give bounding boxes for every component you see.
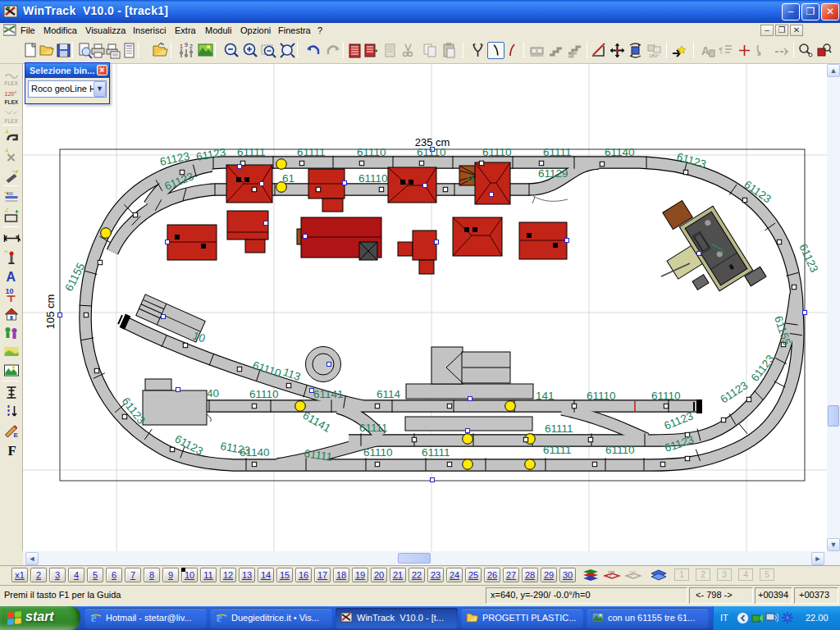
svg-text:FLEX: FLEX — [5, 118, 19, 124]
svg-text:61110: 61110 — [358, 172, 388, 185]
svg-text:61110: 61110 — [605, 444, 635, 456]
svg-text:61110: 61110 — [587, 390, 616, 402]
svg-text:61110: 61110 — [357, 146, 386, 158]
svg-text:61111: 61111 — [297, 146, 326, 158]
svg-text:400: 400 — [7, 191, 14, 196]
svg-text:6114: 6114 — [377, 388, 401, 400]
svg-text:61110: 61110 — [482, 146, 512, 158]
svg-text:61111: 61111 — [237, 146, 266, 158]
svg-text:A: A — [701, 44, 710, 57]
svg-text:61110: 61110 — [363, 446, 393, 459]
svg-text:¶: ¶ — [719, 46, 723, 54]
svg-text:141: 141 — [536, 390, 555, 402]
svg-text:e: e — [217, 611, 222, 624]
svg-text:61111: 61111 — [543, 444, 572, 456]
svg-text:61141: 61141 — [313, 388, 344, 400]
svg-text:61110: 61110 — [651, 390, 681, 402]
svg-text:61129: 61129 — [538, 167, 568, 180]
svg-text:F: F — [8, 443, 16, 458]
svg-text:61110: 61110 — [249, 388, 279, 400]
svg-text:61111: 61111 — [359, 422, 388, 434]
svg-text:180°: 180° — [649, 53, 660, 58]
svg-text:FLEX: FLEX — [5, 80, 19, 86]
svg-text:61140: 61140 — [240, 446, 270, 459]
svg-text:10: 10 — [6, 287, 14, 295]
svg-text:120°: 120° — [5, 91, 17, 97]
svg-text:E: E — [14, 431, 19, 439]
svg-text:105 cm: 105 cm — [44, 294, 57, 330]
svg-text:A: A — [7, 270, 16, 284]
svg-text:61: 61 — [282, 172, 294, 185]
svg-text:9: 9 — [185, 42, 188, 48]
svg-text:61111: 61111 — [545, 422, 573, 435]
svg-text:40: 40 — [207, 387, 219, 399]
svg-text:0: 0 — [468, 172, 474, 185]
svg-text:61111: 61111 — [543, 146, 572, 158]
svg-text:e: e — [91, 611, 97, 624]
svg-text:61110: 61110 — [417, 146, 446, 158]
svg-text:FLEX: FLEX — [5, 99, 19, 105]
svg-text:61111: 61111 — [422, 446, 450, 459]
svg-text:2: 2 — [189, 43, 193, 49]
svg-text:61140: 61140 — [605, 146, 635, 158]
svg-text:1: 1 — [180, 43, 183, 49]
